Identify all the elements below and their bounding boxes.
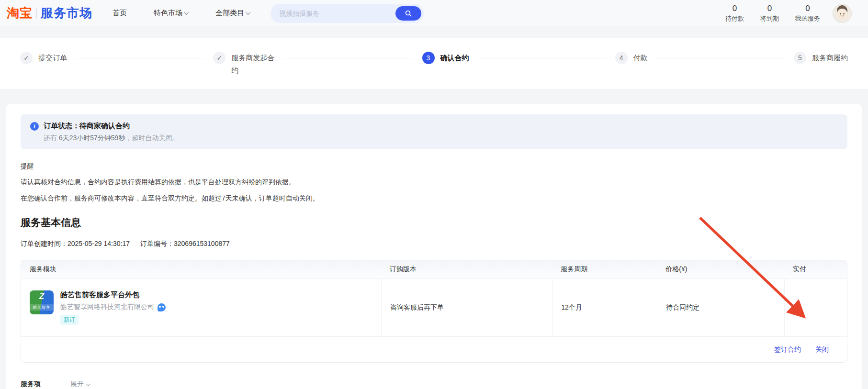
stat-count: 0	[725, 4, 744, 13]
table-actions-row: 签订合约 关闭	[21, 336, 847, 362]
stat-count: 0	[760, 4, 779, 13]
notice-header: i 订单状态：待商家确认合约	[30, 122, 838, 131]
section-title-basic-info: 服务基本信息	[21, 216, 847, 229]
step-connector	[76, 58, 204, 58]
service-market-logo-text: 服务市场	[41, 5, 92, 22]
stat-pending-payment[interactable]: 0 待付款	[725, 4, 744, 23]
step-confirm-contract: 3 确认合约	[422, 52, 469, 64]
nav-featured-market[interactable]: 特色市场	[154, 9, 189, 18]
search-box	[271, 4, 424, 23]
check-icon: ✓	[213, 52, 225, 64]
close-order-link[interactable]: 关闭	[815, 345, 829, 354]
step-submit-order: ✓ 提交订单	[20, 52, 67, 64]
stat-expiring[interactable]: 0 将到期	[760, 4, 779, 23]
chevron-down-icon	[184, 10, 189, 15]
logo-glyph: Z	[30, 292, 54, 301]
avatar-image	[833, 4, 851, 22]
cell-period: 12个月	[552, 279, 657, 336]
step-payment: 4 付款	[615, 52, 648, 64]
new-order-badge: 新订	[60, 315, 79, 325]
order-status-notice: i 订单状态：待商家确认合约 还有 6天23小时57分钟59秒，超时自动关闭。	[21, 114, 847, 149]
nav-home[interactable]: 首页	[113, 9, 127, 18]
step-number: 3	[422, 52, 435, 64]
nav-featured-label: 特色市场	[154, 9, 182, 18]
reminder-title: 提醒	[21, 162, 847, 171]
user-avatar[interactable]	[833, 4, 852, 23]
reminder-section: 提醒 请认真核对合约信息，合约内容是执行费用结算的依据，也是平台处理双方纠纷的评…	[21, 162, 847, 203]
search-input[interactable]	[279, 10, 395, 17]
table-header-row: 服务模块 订购版本 服务周期 价格(¥) 实付	[21, 260, 847, 278]
reminder-line: 在您确认合作前，服务商可修改本内容，直至符合双方约定。如超过7天未确认，订单超时…	[21, 193, 847, 203]
cell-price: 待合同约定	[657, 279, 784, 336]
taobao-logo-text: 淘宝	[7, 5, 33, 22]
order-no-label: 订单编号：	[140, 240, 174, 247]
order-progress-stepper: ✓ 提交订单 ✓ 服务商发起合约 3 确认合约 4 付款 5 服务商履约	[20, 52, 848, 77]
service-title-link[interactable]: 皓艺售前客服多平台外包	[60, 290, 166, 300]
reminder-line: 请认真核对合约信息，合约内容是执行费用结算的依据，也是平台处理双方纠纷的评判依据…	[21, 177, 847, 187]
table-row: Z 皓艺智享 皓艺售前客服多平台外包 皓艺智享网络科技河北有限公司 新订 咨询客…	[21, 278, 847, 336]
nav-home-label: 首页	[113, 9, 127, 18]
step-connector	[656, 58, 785, 58]
main-nav: 首页 特色市场 全部类目	[113, 9, 250, 18]
info-icon: i	[30, 122, 39, 131]
step-number: 5	[794, 52, 806, 64]
col-header-version: 订购版本	[381, 265, 552, 274]
chevron-down-icon	[86, 381, 90, 386]
step-label: 确认合约	[440, 52, 469, 64]
product-info: Z 皓艺智享 皓艺售前客服多平台外包 皓艺智享网络科技河北有限公司 新订	[30, 290, 166, 325]
stat-label: 我的服务	[795, 14, 820, 23]
col-header-period: 服务周期	[552, 265, 657, 274]
cell-service-module: Z 皓艺智享 皓艺售前客服多平台外包 皓艺智享网络科技河北有限公司 新订	[21, 279, 381, 336]
countdown-text: 还有 6天23小时57分钟59秒，超时自动关闭。	[44, 134, 838, 143]
expand-toggle[interactable]: 展开	[70, 380, 90, 389]
step-label: 付款	[633, 52, 648, 64]
chevron-down-icon	[246, 10, 250, 15]
created-time-label: 订单创建时间：	[21, 240, 68, 247]
service-logo[interactable]: Z 皓艺智享	[30, 290, 54, 314]
stat-label: 待付款	[725, 14, 744, 23]
check-icon: ✓	[20, 52, 33, 64]
service-items-label: 服务项	[21, 380, 70, 389]
stat-label: 将到期	[760, 14, 779, 23]
taobao-service-market-logo[interactable]: 淘宝 服务市场	[7, 5, 92, 22]
order-status-title: 订单状态：待商家确认合约	[44, 122, 130, 131]
sign-contract-link[interactable]: 签订合约	[774, 345, 801, 354]
expand-label: 展开	[70, 380, 84, 389]
stat-my-services[interactable]: 0 我的服务	[795, 4, 820, 23]
step-provider-fulfillment: 5 服务商履约	[794, 52, 848, 64]
company-row: 皓艺智享网络科技河北有限公司	[60, 303, 166, 311]
countdown-prefix: 还有	[44, 134, 59, 142]
col-header-price: 价格(¥)	[657, 265, 784, 274]
countdown-suffix: ，超时自动关闭。	[125, 134, 179, 142]
logo-divider	[36, 8, 37, 19]
step-number: 4	[615, 52, 628, 64]
search-button[interactable]	[395, 6, 421, 21]
order-meta: 订单创建时间：2025-05-29 14:30:17订单编号：320696153…	[21, 240, 847, 248]
nav-categories-label: 全部类目	[215, 9, 244, 18]
col-header-paid: 实付	[784, 265, 847, 274]
wangwang-chat-icon[interactable]	[158, 303, 166, 311]
order-detail-card: i 订单状态：待商家确认合约 还有 6天23小时57分钟59秒，超时自动关闭。 …	[6, 104, 862, 389]
step-label: 提交订单	[38, 52, 67, 64]
countdown-value: 6天23小时57分钟59秒	[59, 134, 125, 142]
order-progress-band: ✓ 提交订单 ✓ 服务商发起合约 3 确认合约 4 付款 5 服务商履约	[0, 38, 868, 89]
step-label: 服务商履约	[812, 52, 848, 64]
company-name: 皓艺智享网络科技河北有限公司	[60, 303, 154, 311]
step-label: 服务商发起合约	[231, 52, 276, 77]
service-items-row: 服务项 展开	[21, 380, 847, 389]
step-connector	[284, 58, 413, 58]
product-text-block: 皓艺售前客服多平台外包 皓艺智享网络科技河北有限公司 新订	[60, 290, 166, 325]
account-stats: 0 待付款 0 将到期 0 我的服务	[725, 4, 820, 23]
search-icon	[405, 10, 412, 17]
nav-all-categories[interactable]: 全部类目	[215, 9, 250, 18]
order-no-value: 320696153100877	[174, 240, 230, 247]
stat-count: 0	[795, 4, 820, 13]
service-table: 服务模块 订购版本 服务周期 价格(¥) 实付 Z 皓艺智享 皓艺售前客服多平台…	[21, 260, 847, 363]
cell-paid: -	[784, 279, 847, 336]
col-header-service-module: 服务模块	[21, 265, 381, 274]
logo-brand-text: 皓艺智享	[30, 304, 54, 311]
created-time-value: 2025-05-29 14:30:17	[68, 240, 130, 247]
cell-version: 咨询客服后再下单	[381, 279, 552, 336]
step-connector	[478, 58, 607, 58]
top-header: 淘宝 服务市场 首页 特色市场 全部类目 0 待付款 0	[0, 0, 868, 26]
